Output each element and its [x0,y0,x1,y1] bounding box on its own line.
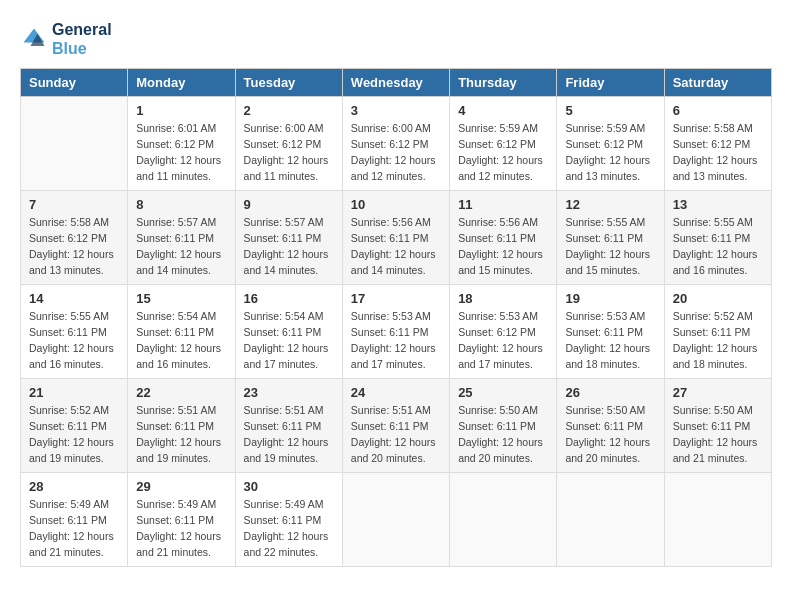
calendar-cell: 21Sunrise: 5:52 AM Sunset: 6:11 PM Dayli… [21,379,128,473]
calendar-cell: 7Sunrise: 5:58 AM Sunset: 6:12 PM Daylig… [21,191,128,285]
day-number: 4 [458,103,548,118]
day-number: 27 [673,385,763,400]
calendar-cell: 9Sunrise: 5:57 AM Sunset: 6:11 PM Daylig… [235,191,342,285]
col-header-saturday: Saturday [664,69,771,97]
day-number: 18 [458,291,548,306]
day-info: Sunrise: 5:50 AM Sunset: 6:11 PM Dayligh… [673,403,763,466]
day-info: Sunrise: 5:53 AM Sunset: 6:12 PM Dayligh… [458,309,548,372]
day-info: Sunrise: 5:55 AM Sunset: 6:11 PM Dayligh… [565,215,655,278]
day-number: 25 [458,385,548,400]
logo: General Blue [20,20,112,58]
calendar-cell: 13Sunrise: 5:55 AM Sunset: 6:11 PM Dayli… [664,191,771,285]
calendar-cell: 23Sunrise: 5:51 AM Sunset: 6:11 PM Dayli… [235,379,342,473]
day-number: 3 [351,103,441,118]
day-info: Sunrise: 5:55 AM Sunset: 6:11 PM Dayligh… [673,215,763,278]
day-info: Sunrise: 5:52 AM Sunset: 6:11 PM Dayligh… [29,403,119,466]
day-info: Sunrise: 5:54 AM Sunset: 6:11 PM Dayligh… [244,309,334,372]
day-number: 7 [29,197,119,212]
calendar-week-row: 1Sunrise: 6:01 AM Sunset: 6:12 PM Daylig… [21,97,772,191]
day-info: Sunrise: 5:58 AM Sunset: 6:12 PM Dayligh… [673,121,763,184]
calendar-week-row: 7Sunrise: 5:58 AM Sunset: 6:12 PM Daylig… [21,191,772,285]
calendar-week-row: 28Sunrise: 5:49 AM Sunset: 6:11 PM Dayli… [21,473,772,567]
calendar-cell: 24Sunrise: 5:51 AM Sunset: 6:11 PM Dayli… [342,379,449,473]
day-info: Sunrise: 5:49 AM Sunset: 6:11 PM Dayligh… [244,497,334,560]
logo-text: General Blue [52,20,112,58]
calendar-week-row: 14Sunrise: 5:55 AM Sunset: 6:11 PM Dayli… [21,285,772,379]
day-info: Sunrise: 5:53 AM Sunset: 6:11 PM Dayligh… [565,309,655,372]
day-info: Sunrise: 5:51 AM Sunset: 6:11 PM Dayligh… [244,403,334,466]
day-number: 6 [673,103,763,118]
calendar-cell: 29Sunrise: 5:49 AM Sunset: 6:11 PM Dayli… [128,473,235,567]
calendar-cell: 18Sunrise: 5:53 AM Sunset: 6:12 PM Dayli… [450,285,557,379]
day-number: 22 [136,385,226,400]
col-header-sunday: Sunday [21,69,128,97]
calendar-cell: 22Sunrise: 5:51 AM Sunset: 6:11 PM Dayli… [128,379,235,473]
day-info: Sunrise: 5:56 AM Sunset: 6:11 PM Dayligh… [351,215,441,278]
day-number: 2 [244,103,334,118]
day-info: Sunrise: 5:54 AM Sunset: 6:11 PM Dayligh… [136,309,226,372]
calendar-cell: 6Sunrise: 5:58 AM Sunset: 6:12 PM Daylig… [664,97,771,191]
day-info: Sunrise: 5:58 AM Sunset: 6:12 PM Dayligh… [29,215,119,278]
day-info: Sunrise: 5:55 AM Sunset: 6:11 PM Dayligh… [29,309,119,372]
day-info: Sunrise: 5:53 AM Sunset: 6:11 PM Dayligh… [351,309,441,372]
day-info: Sunrise: 5:50 AM Sunset: 6:11 PM Dayligh… [458,403,548,466]
day-number: 23 [244,385,334,400]
calendar-cell: 2Sunrise: 6:00 AM Sunset: 6:12 PM Daylig… [235,97,342,191]
calendar-cell [342,473,449,567]
day-number: 28 [29,479,119,494]
day-number: 14 [29,291,119,306]
day-info: Sunrise: 5:51 AM Sunset: 6:11 PM Dayligh… [351,403,441,466]
day-info: Sunrise: 6:01 AM Sunset: 6:12 PM Dayligh… [136,121,226,184]
day-number: 10 [351,197,441,212]
calendar-cell [664,473,771,567]
calendar-cell: 26Sunrise: 5:50 AM Sunset: 6:11 PM Dayli… [557,379,664,473]
calendar-cell: 4Sunrise: 5:59 AM Sunset: 6:12 PM Daylig… [450,97,557,191]
day-info: Sunrise: 5:57 AM Sunset: 6:11 PM Dayligh… [244,215,334,278]
calendar-cell: 5Sunrise: 5:59 AM Sunset: 6:12 PM Daylig… [557,97,664,191]
calendar-cell: 11Sunrise: 5:56 AM Sunset: 6:11 PM Dayli… [450,191,557,285]
day-info: Sunrise: 5:59 AM Sunset: 6:12 PM Dayligh… [458,121,548,184]
day-number: 15 [136,291,226,306]
day-info: Sunrise: 5:50 AM Sunset: 6:11 PM Dayligh… [565,403,655,466]
day-info: Sunrise: 6:00 AM Sunset: 6:12 PM Dayligh… [244,121,334,184]
day-number: 1 [136,103,226,118]
day-number: 30 [244,479,334,494]
day-number: 20 [673,291,763,306]
calendar-week-row: 21Sunrise: 5:52 AM Sunset: 6:11 PM Dayli… [21,379,772,473]
calendar-cell: 14Sunrise: 5:55 AM Sunset: 6:11 PM Dayli… [21,285,128,379]
day-info: Sunrise: 5:59 AM Sunset: 6:12 PM Dayligh… [565,121,655,184]
day-number: 13 [673,197,763,212]
col-header-tuesday: Tuesday [235,69,342,97]
calendar-cell: 19Sunrise: 5:53 AM Sunset: 6:11 PM Dayli… [557,285,664,379]
day-number: 8 [136,197,226,212]
day-number: 16 [244,291,334,306]
calendar-cell: 12Sunrise: 5:55 AM Sunset: 6:11 PM Dayli… [557,191,664,285]
calendar-cell: 25Sunrise: 5:50 AM Sunset: 6:11 PM Dayli… [450,379,557,473]
calendar-cell: 16Sunrise: 5:54 AM Sunset: 6:11 PM Dayli… [235,285,342,379]
page-header: General Blue [20,20,772,58]
col-header-thursday: Thursday [450,69,557,97]
calendar-cell: 3Sunrise: 6:00 AM Sunset: 6:12 PM Daylig… [342,97,449,191]
col-header-friday: Friday [557,69,664,97]
day-info: Sunrise: 5:57 AM Sunset: 6:11 PM Dayligh… [136,215,226,278]
logo-icon [20,25,48,53]
day-number: 12 [565,197,655,212]
day-number: 29 [136,479,226,494]
calendar-cell: 20Sunrise: 5:52 AM Sunset: 6:11 PM Dayli… [664,285,771,379]
day-info: Sunrise: 5:51 AM Sunset: 6:11 PM Dayligh… [136,403,226,466]
calendar-cell: 10Sunrise: 5:56 AM Sunset: 6:11 PM Dayli… [342,191,449,285]
calendar-table: SundayMondayTuesdayWednesdayThursdayFrid… [20,68,772,567]
col-header-wednesday: Wednesday [342,69,449,97]
day-number: 21 [29,385,119,400]
day-info: Sunrise: 5:56 AM Sunset: 6:11 PM Dayligh… [458,215,548,278]
day-number: 19 [565,291,655,306]
day-info: Sunrise: 5:52 AM Sunset: 6:11 PM Dayligh… [673,309,763,372]
day-number: 5 [565,103,655,118]
day-info: Sunrise: 5:49 AM Sunset: 6:11 PM Dayligh… [29,497,119,560]
calendar-cell: 1Sunrise: 6:01 AM Sunset: 6:12 PM Daylig… [128,97,235,191]
day-number: 11 [458,197,548,212]
calendar-cell [450,473,557,567]
col-header-monday: Monday [128,69,235,97]
day-number: 24 [351,385,441,400]
calendar-cell: 17Sunrise: 5:53 AM Sunset: 6:11 PM Dayli… [342,285,449,379]
